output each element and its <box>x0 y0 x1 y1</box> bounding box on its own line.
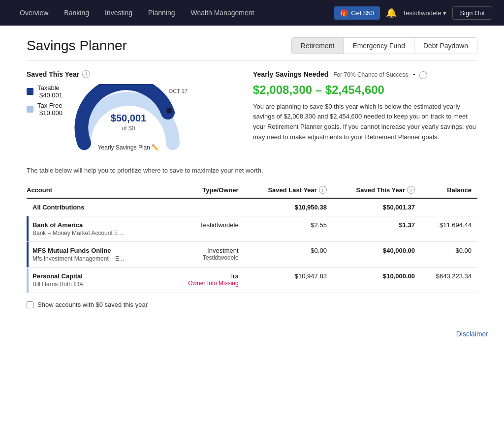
taxable-value: $40,001 <box>39 91 63 99</box>
tab-retirement[interactable]: Retirement <box>292 38 344 54</box>
owner-info-missing: Owner Info Missing <box>167 280 238 287</box>
tab-group: Retirement Emergency Fund Debt Paydown <box>291 37 477 54</box>
all-contributions-saved-this-year: $50,001.37 <box>333 198 421 216</box>
bank-of-america-type: Testidtwodele <box>167 216 244 242</box>
accent-bar-dark <box>27 216 29 241</box>
personal-capital-name: Personal Capital <box>32 272 161 280</box>
saved-this-year-col-info-icon[interactable]: i <box>407 186 415 194</box>
saved-this-year-label: Saved This Year <box>27 70 79 78</box>
chevron-down-icon: ▾ <box>443 9 446 17</box>
left-panel: Saved This Year i Taxable $40,001 <box>27 70 233 153</box>
personal-capital-account-cell: Personal Capital Bill Harris Roth IRA <box>27 268 167 293</box>
nav-right: 🎁 Get $50 🔔 Testidtwodele ▾ Sign Out <box>334 6 492 20</box>
header-divider <box>27 60 477 60</box>
table-body: All Contributions $10,950.38 $50,001.37 … <box>27 198 477 293</box>
nav-links: Overview Banking Investing Planning Weal… <box>12 0 334 26</box>
show-zero-row: Show accounts with $0 saved this year <box>27 301 477 308</box>
tab-emergency-fund[interactable]: Emergency Fund <box>344 38 414 54</box>
yearly-savings-subtitle: For 70% Chance of Success <box>333 71 408 78</box>
mfs-type: Investment Testidtwodele <box>167 242 244 268</box>
gift-icon: 🎁 <box>340 9 348 17</box>
table-row: Personal Capital Bill Harris Roth IRA Ir… <box>27 268 477 293</box>
page-footer: Disclaimer <box>0 320 504 346</box>
gauge-center-text: $50,001 of $0 <box>111 113 146 132</box>
oct-label: OCT 17 <box>169 88 188 94</box>
legend: Taxable $40,001 Tax Free $10,000 <box>27 84 63 117</box>
gauge-chart: $50,001 of $0 Yearly Savings Plan ✏️ OCT… <box>74 84 183 153</box>
all-contributions-saved-last-year: $10,950.38 <box>245 198 333 216</box>
mfs-name: MFS Mutual Funds Online <box>32 247 161 254</box>
table-row: MFS Mutual Funds Online Mfs Investment M… <box>27 242 477 268</box>
saved-this-year-header: Saved This Year i <box>27 70 233 78</box>
page-title: Savings Planner <box>27 38 127 54</box>
disclaimer-link[interactable]: Disclaimer <box>456 330 488 338</box>
all-contributions-row: All Contributions $10,950.38 $50,001.37 <box>27 198 477 216</box>
bank-of-america-account-cell: Bank of America Bank – Money Market Acco… <box>27 216 167 242</box>
nav-planning[interactable]: Planning <box>140 0 183 26</box>
savings-table: Account Type/Owner Saved Last Year i Sav… <box>27 182 477 293</box>
table-row: Bank of America Bank – Money Market Acco… <box>27 216 477 242</box>
mfs-balance: $0.00 <box>421 242 477 268</box>
top-section: Saved This Year i Taxable $40,001 <box>27 70 477 153</box>
gauge-of: of $0 <box>111 125 146 132</box>
bank-of-america-sub: Bank – Money Market Account E... <box>32 230 161 237</box>
edit-icon[interactable]: ✏️ <box>152 144 159 151</box>
table-intro: The table below will help you to priorit… <box>27 167 477 174</box>
yearly-savings-title: Yearly Savings Needed <box>253 70 328 78</box>
personal-capital-type: Ira Owner Info Missing <box>167 268 244 293</box>
bank-of-america-saved-this-year: $1.37 <box>333 216 421 242</box>
yearly-savings-plan-label: Yearly Savings Plan ✏️ <box>98 144 159 151</box>
tab-debt-paydown[interactable]: Debt Paydown <box>414 38 477 54</box>
gauge-amount: $50,001 <box>111 113 146 124</box>
yearly-savings-description: You are planning to save $0 this year wh… <box>253 102 477 143</box>
taxable-color-dot <box>27 88 33 95</box>
show-zero-checkbox[interactable] <box>27 301 33 308</box>
saved-last-year-info-icon[interactable]: i <box>319 186 327 194</box>
taxfree-color-dot <box>27 106 33 113</box>
yearly-savings-header: Yearly Savings Needed For 70% Chance of … <box>253 70 477 79</box>
taxable-label: Taxable <box>37 84 63 91</box>
nav-overview[interactable]: Overview <box>12 0 56 26</box>
legend-taxable: Taxable $40,001 <box>27 84 63 99</box>
navbar: Overview Banking Investing Planning Weal… <box>0 0 504 26</box>
mfs-account-cell: MFS Mutual Funds Online Mfs Investment M… <box>27 242 167 268</box>
col-balance: Balance <box>421 182 477 198</box>
personal-capital-balance: $643,223.34 <box>421 268 477 293</box>
col-account: Account <box>27 182 167 198</box>
get50-button[interactable]: 🎁 Get $50 <box>334 6 379 20</box>
nav-wealth-management[interactable]: Wealth Management <box>183 0 262 26</box>
mfs-saved-last-year: $0.00 <box>245 242 333 268</box>
table-header: Account Type/Owner Saved Last Year i Sav… <box>27 182 477 198</box>
personal-capital-saved-this-year: $10,000.00 <box>333 268 421 293</box>
bank-of-america-balance: $11,694.44 <box>421 216 477 242</box>
legend-taxfree: Tax Free $10,000 <box>27 102 63 117</box>
accent-bar-light-pc <box>27 268 29 293</box>
bank-of-america-name: Bank of America <box>32 221 161 229</box>
page-header: Savings Planner Retirement Emergency Fun… <box>27 37 477 54</box>
col-saved-this-year: Saved This Year i <box>333 182 421 198</box>
mfs-saved-this-year: $40,000.00 <box>333 242 421 268</box>
user-menu[interactable]: Testidtwodele ▾ <box>403 9 447 17</box>
taxfree-label: Tax Free <box>37 102 63 109</box>
show-zero-label[interactable]: Show accounts with $0 saved this year <box>37 301 148 308</box>
taxfree-value: $10,000 <box>39 109 63 117</box>
personal-capital-sub: Bill Harris Roth IRA <box>32 281 161 288</box>
signout-button[interactable]: Sign Out <box>452 6 492 20</box>
nav-investing[interactable]: Investing <box>97 0 140 26</box>
personal-capital-saved-last-year: $10,947.83 <box>245 268 333 293</box>
yearly-savings-info-icon[interactable]: i <box>419 71 427 79</box>
all-contributions-label: All Contributions <box>27 198 167 216</box>
notification-bell-icon[interactable]: 🔔 <box>386 7 397 18</box>
yearly-savings-range: $2,008,300 – $2,454,600 <box>253 83 477 97</box>
mfs-sub: Mfs Investment Management – E... <box>32 255 161 262</box>
col-type-owner: Type/Owner <box>167 182 244 198</box>
svg-point-0 <box>166 108 172 114</box>
nav-banking[interactable]: Banking <box>56 0 97 26</box>
right-panel: Yearly Savings Needed For 70% Chance of … <box>253 70 477 153</box>
col-saved-last-year: Saved Last Year i <box>245 182 333 198</box>
saved-this-year-info-icon[interactable]: i <box>82 70 90 78</box>
accent-bar-dark-mfs <box>27 242 29 267</box>
main-content: Savings Planner Retirement Emergency Fun… <box>11 26 493 320</box>
yearly-savings-dash-icon: - <box>413 70 415 78</box>
bank-of-america-saved-last-year: $2.55 <box>245 216 333 242</box>
